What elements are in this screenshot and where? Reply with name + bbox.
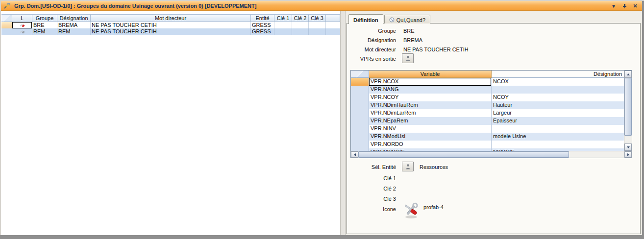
- cell-variable[interactable]: VPR.NCOY: [369, 94, 492, 101]
- horizontal-scrollbar[interactable]: [351, 151, 632, 158]
- column-header-i[interactable]: I.: [12, 14, 32, 22]
- row-indicator: [351, 101, 369, 109]
- cell-groupe[interactable]: BRE: [32, 22, 57, 28]
- cell-mot-directeur[interactable]: NE PAS TOUCHER CETIH: [91, 22, 251, 28]
- cell-designation[interactable]: [492, 125, 624, 133]
- cell-designation[interactable]: NCOX: [492, 78, 624, 86]
- clock-icon: [389, 17, 395, 23]
- arrow-left-icon: [354, 153, 356, 156]
- pin-icon[interactable]: [621, 2, 628, 9]
- cell-entite[interactable]: GRESS: [251, 22, 274, 28]
- row-filler-cell: [326, 22, 340, 28]
- groupe-value: BRE: [403, 28, 415, 34]
- vprs-en-sortie-label: VPRs en sortie: [347, 56, 396, 62]
- cell-variable[interactable]: VPR.NINV: [369, 125, 492, 133]
- row-indicator: [351, 125, 369, 133]
- titlebar[interactable]: Grp. Dom.[USI-OD-1/0] : Groupes du domai…: [1, 1, 642, 11]
- cell-designation[interactable]: modele Usine: [492, 133, 624, 141]
- table-row[interactable]: VPR.NANG: [351, 86, 624, 94]
- row-indicator: [351, 86, 369, 94]
- groupe-label: Groupe: [347, 28, 396, 34]
- vpr-grid-corner-cell: [351, 71, 369, 78]
- cell-entite[interactable]: GRESS: [251, 28, 274, 35]
- scroll-left-button[interactable]: [351, 151, 358, 158]
- column-header-vpr-designation[interactable]: Désignation: [492, 71, 624, 78]
- table-row[interactable]: VPR.NINV: [351, 125, 624, 133]
- cell-variable[interactable]: VPR.NANG: [369, 86, 492, 94]
- cell-variable[interactable]: VPR.NORDO: [369, 141, 492, 148]
- vertical-splitter[interactable]: [340, 11, 346, 235]
- cell-cle1[interactable]: [274, 28, 292, 35]
- table-row[interactable]: VPR.NCOY NCOY: [351, 94, 624, 101]
- cell-designation[interactable]: REM: [57, 28, 91, 35]
- row-indicator: [351, 109, 369, 117]
- cell-designation[interactable]: Largeur: [492, 109, 624, 117]
- column-header-entite[interactable]: Entité: [251, 14, 274, 22]
- column-header-groupe[interactable]: Groupe: [32, 14, 57, 22]
- tab-definition-label: Définition: [353, 17, 378, 23]
- definition-tab-page: Groupe BRE Désignation BREMA Mot directe…: [347, 23, 641, 234]
- window-title: Grp. Dom.[USI-OD-1/0] : Groupes du domai…: [14, 3, 256, 9]
- column-header-mot-directeur[interactable]: Mot directeur: [91, 14, 251, 22]
- vertical-scrollbar[interactable]: [624, 71, 632, 151]
- row-indicator: [351, 133, 369, 141]
- table-row[interactable]: BRE BREMA NE PAS TOUCHER CETIH GRESS: [1, 22, 340, 28]
- row-filler-cell: [326, 28, 340, 35]
- cell-cle1[interactable]: [274, 22, 292, 28]
- chevron-down-icon[interactable]: ▾: [610, 2, 617, 9]
- row-indicator: [351, 78, 369, 86]
- window-tools-icon: [3, 2, 11, 10]
- table-row[interactable]: VPR.NModUsi modele Usine: [351, 133, 624, 141]
- row-indicator: [1, 28, 12, 35]
- tab-definition[interactable]: Définition: [348, 14, 383, 24]
- header-filler-cell: [326, 14, 340, 22]
- select-entity-button[interactable]: [402, 162, 414, 171]
- column-header-cle3[interactable]: Clé 3: [309, 14, 326, 22]
- cell-cle2[interactable]: [292, 28, 309, 35]
- cell-variable[interactable]: VPR.NCOX: [369, 78, 492, 86]
- table-row[interactable]: VPR.NORDO: [351, 141, 624, 148]
- cell-groupe[interactable]: REM: [32, 28, 57, 35]
- grid-header-row: I. Groupe Désignation Mot directeur Enti…: [1, 14, 340, 22]
- tab-qui-quand[interactable]: Qui,Quand?: [384, 15, 430, 24]
- domain-groups-grid: I. Groupe Désignation Mot directeur Enti…: [1, 14, 340, 35]
- cell-variable[interactable]: VPR.NModUsi: [369, 133, 492, 141]
- icone-preview[interactable]: [402, 201, 421, 220]
- scroll-right-button[interactable]: [624, 151, 632, 158]
- scroll-down-button[interactable]: [624, 143, 632, 151]
- row-icon-cell[interactable]: [12, 28, 32, 35]
- sel-entite-value: Ressources: [420, 164, 448, 170]
- column-header-variable[interactable]: Variable: [369, 71, 492, 78]
- scroll-up-button[interactable]: [624, 71, 632, 78]
- cell-designation[interactable]: Epaisseur: [492, 117, 624, 125]
- vprs-output-button[interactable]: [402, 53, 414, 63]
- row-icon-cell[interactable]: [12, 22, 32, 28]
- vertical-scroll-thumb[interactable]: [624, 78, 632, 136]
- arrow-down-icon: [627, 146, 630, 148]
- cell-designation[interactable]: [492, 141, 624, 148]
- table-row[interactable]: VPR.NDimLarRem Largeur: [351, 109, 624, 117]
- cell-mot-directeur[interactable]: NE PAS TOUCHER CETIH: [91, 28, 251, 35]
- cell-variable[interactable]: VPR.NDimLarRem: [369, 109, 492, 117]
- cell-designation[interactable]: [492, 86, 624, 94]
- cell-variable[interactable]: VPR.NEpaRem: [369, 117, 492, 125]
- horizontal-scroll-thumb[interactable]: [358, 151, 569, 158]
- cell-designation[interactable]: BREMA: [57, 22, 91, 28]
- cell-designation[interactable]: Hauteur: [492, 101, 624, 109]
- select-entity-icon: [405, 164, 411, 170]
- table-row[interactable]: REM REM NE PAS TOUCHER CETIH GRESS: [1, 28, 340, 35]
- cell-variable[interactable]: VPR.NDimHauRem: [369, 101, 492, 109]
- table-row[interactable]: VPR.NDimHauRem Hauteur: [351, 101, 624, 109]
- column-header-cle2[interactable]: Clé 2: [292, 14, 309, 22]
- red-tool-icon: [20, 23, 25, 28]
- table-row[interactable]: VPR.NEpaRem Epaisseur: [351, 117, 624, 125]
- sel-entite-label: Sél. Entité: [347, 164, 396, 170]
- close-icon[interactable]: ✕: [632, 2, 639, 9]
- cell-designation[interactable]: NCOY: [492, 94, 624, 101]
- cell-cle3[interactable]: [309, 22, 326, 28]
- column-header-cle1[interactable]: Clé 1: [274, 14, 292, 22]
- cell-cle3[interactable]: [309, 28, 326, 35]
- cell-cle2[interactable]: [292, 22, 309, 28]
- column-header-designation[interactable]: Désignation: [57, 14, 91, 22]
- table-row[interactable]: VPR.NCOX NCOX: [351, 78, 624, 86]
